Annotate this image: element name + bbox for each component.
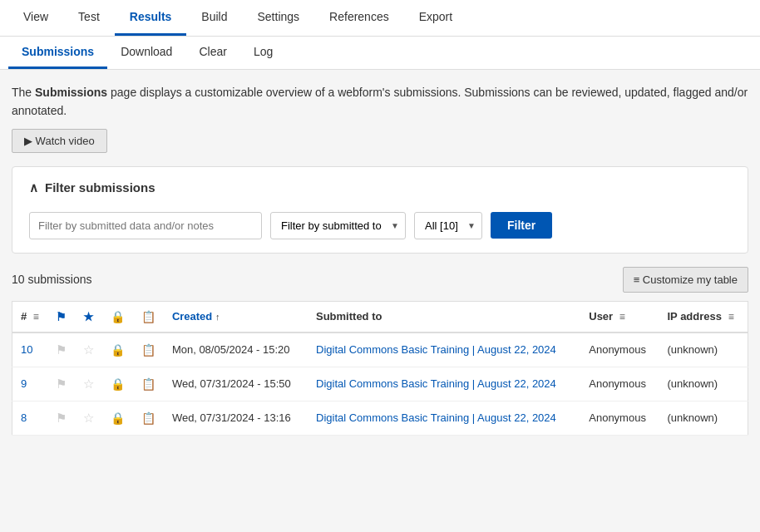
cell-flag: ⚑ [47,367,75,401]
star-icon[interactable]: ☆ [83,342,94,357]
created-header-label[interactable]: Created [172,310,212,323]
table-row: 8 ⚑ ☆ 🔒 📋 Wed, 07/31/2024 - 13:16 Digita… [12,401,748,435]
top-navigation: View Test Results Build Settings Referen… [0,0,760,37]
submission-link[interactable]: 8 [21,411,27,424]
cell-star: ☆ [75,367,102,401]
submission-link[interactable]: 10 [21,343,32,356]
filter-panel: ∧ Filter submissions Filter by submitted… [12,166,748,254]
cell-created: Wed, 07/31/2024 - 15:50 [164,367,308,401]
filter-controls: Filter by submitted to All [10] Filter [29,212,731,239]
cell-lock: 🔒 [102,332,133,367]
user-header-label: User [589,310,613,323]
description-prefix: The [12,86,35,99]
cell-num: 8 [12,401,47,435]
col-header-ip: IP address ≡ [659,301,748,332]
col-header-flag: ⚑ [47,301,75,332]
ip-filter-icon[interactable]: ≡ [728,311,734,323]
cell-submitted-to: Digital Commons Basic Training | August … [308,367,580,401]
col-header-star: ★ [75,301,102,332]
nav-build[interactable]: Build [186,0,242,36]
description-bold: Submissions [35,86,107,99]
watch-video-row: ▶ Watch video [12,129,748,153]
cell-user: Anonymous [580,401,659,435]
star-header-icon[interactable]: ★ [83,310,94,323]
num-filter-icon[interactable]: ≡ [33,311,39,323]
customize-table-button[interactable]: ≡ Customize my table [623,267,748,293]
nav-test[interactable]: Test [63,0,115,36]
lock-icon[interactable]: 🔒 [111,377,125,391]
filter-all-wrapper: All [10] [414,212,482,239]
lock-icon[interactable]: 🔒 [111,411,125,425]
cell-user: Anonymous [580,367,659,401]
subnav-clear[interactable]: Clear [185,37,239,69]
flag-icon[interactable]: ⚑ [56,411,67,425]
submissions-table: # ≡ ⚑ ★ 🔒 📋 Created ↑ [12,301,748,436]
submitted-to-header-label: Submitted to [316,310,382,323]
sub-navigation: Submissions Download Clear Log [0,37,760,70]
cell-doc: 📋 [133,332,164,367]
main-content: The Submissions page displays a customiz… [0,70,760,449]
submitted-to-link[interactable]: Digital Commons Basic Training | August … [316,411,556,424]
table-header: # ≡ ⚑ ★ 🔒 📋 Created ↑ [12,301,748,332]
subnav-submissions[interactable]: Submissions [8,37,107,69]
doc-icon[interactable]: 📋 [141,343,155,357]
col-header-created: Created ↑ [164,301,308,332]
doc-icon[interactable]: 📋 [141,377,155,391]
submission-link[interactable]: 9 [21,377,27,390]
nav-references[interactable]: References [314,0,404,36]
cell-doc: 📋 [133,401,164,435]
cell-flag: ⚑ [47,332,75,367]
cell-num: 10 [12,332,47,367]
cell-submitted-to: Digital Commons Basic Training | August … [308,401,580,435]
nav-export[interactable]: Export [404,0,467,36]
description-text: The Submissions page displays a customiz… [12,83,748,121]
table-header-row: 10 submissions ≡ Customize my table [12,267,748,293]
lock-icon[interactable]: 🔒 [111,343,125,357]
col-header-num: # ≡ [12,301,47,332]
watch-video-button[interactable]: ▶ Watch video [12,129,107,153]
col-header-user: User ≡ [580,301,659,332]
filter-title: Filter submissions [45,180,155,195]
filter-by-submitted-wrapper: Filter by submitted to [270,212,406,239]
filter-all-select[interactable]: All [10] [414,212,482,239]
filter-text-input[interactable] [29,212,262,239]
submissions-count: 10 submissions [12,273,92,286]
user-filter-icon[interactable]: ≡ [619,311,625,323]
filter-header[interactable]: ∧ Filter submissions [29,180,731,195]
flag-icon[interactable]: ⚑ [56,310,67,323]
table-row: 10 ⚑ ☆ 🔒 📋 Mon, 08/05/2024 - 15:20 Digit… [12,332,748,367]
cell-star: ☆ [75,332,102,367]
flag-icon[interactable]: ⚑ [56,377,67,391]
lock-header-icon[interactable]: 🔒 [111,310,125,323]
created-sort-icon[interactable]: ↑ [215,312,220,322]
nav-settings[interactable]: Settings [243,0,315,36]
nav-results[interactable]: Results [115,0,187,36]
cell-ip: (unknown) [659,332,748,367]
description-suffix: page displays a customizable overview of… [12,86,748,117]
doc-icon[interactable]: 📋 [141,411,155,425]
submitted-to-link[interactable]: Digital Commons Basic Training | August … [316,377,556,390]
collapse-icon: ∧ [29,180,38,195]
cell-ip: (unknown) [659,367,748,401]
doc-header-icon[interactable]: 📋 [141,310,155,323]
cell-lock: 🔒 [102,401,133,435]
cell-created: Mon, 08/05/2024 - 15:20 [164,332,308,367]
subnav-log[interactable]: Log [240,37,286,69]
col-header-submitted-to: Submitted to [308,301,580,332]
subnav-download[interactable]: Download [107,37,185,69]
filter-button[interactable]: Filter [491,212,552,239]
submitted-to-link[interactable]: Digital Commons Basic Training | August … [316,343,556,356]
flag-icon[interactable]: ⚑ [56,342,67,357]
ip-header-label: IP address [667,310,722,323]
cell-lock: 🔒 [102,367,133,401]
cell-flag: ⚑ [47,401,75,435]
cell-doc: 📋 [133,367,164,401]
table-row: 9 ⚑ ☆ 🔒 📋 Wed, 07/31/2024 - 15:50 Digita… [12,367,748,401]
cell-star: ☆ [75,401,102,435]
star-icon[interactable]: ☆ [83,377,94,391]
star-icon[interactable]: ☆ [83,411,94,425]
cell-user: Anonymous [580,332,659,367]
col-header-doc: 📋 [133,301,164,332]
nav-view[interactable]: View [8,0,63,36]
filter-by-submitted-select[interactable]: Filter by submitted to [270,212,406,239]
